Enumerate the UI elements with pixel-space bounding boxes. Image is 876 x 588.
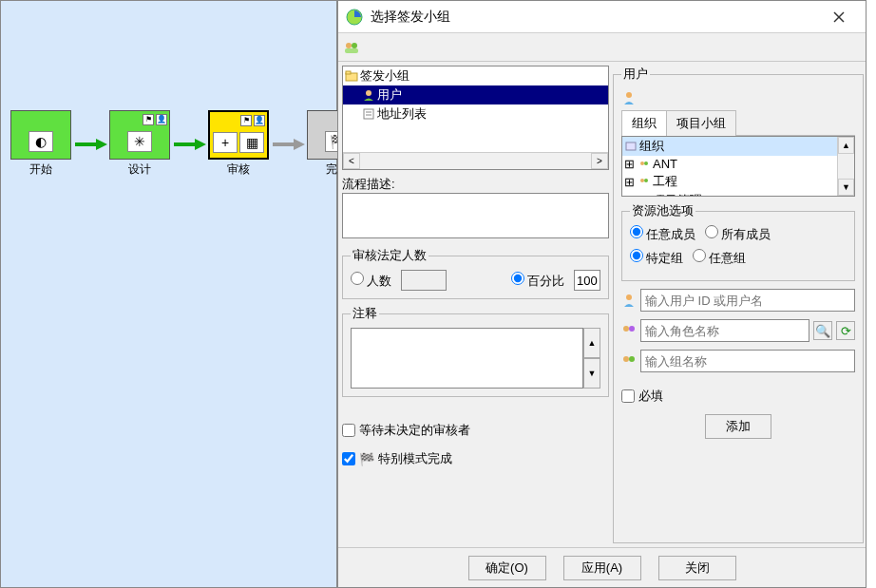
scroll-right-button[interactable]: > — [591, 153, 608, 169]
scroll-up-button[interactable]: ▲ — [838, 137, 854, 154]
svg-rect-15 — [364, 109, 373, 119]
tree-hscrollbar[interactable]: < > — [343, 152, 608, 169]
group-icon — [638, 158, 651, 171]
workflow-canvas[interactable]: ◐ 开始 ⚑👤 ✳ 设计 ⚑👤 +▦ 审核 — [0, 0, 337, 588]
tree-item-address-list[interactable]: 地址列表 — [343, 104, 608, 123]
wait-pending-checkbox[interactable] — [342, 424, 355, 437]
tab-organization[interactable]: 组织 — [621, 110, 667, 136]
arrow-icon — [271, 114, 305, 175]
quorum-count-radio[interactable]: 人数 — [351, 272, 391, 290]
person-icon: 👤 — [156, 114, 167, 125]
doc-icon: ▦ — [239, 132, 264, 153]
person-icon — [621, 90, 637, 105]
search-role-button[interactable]: 🔍 — [813, 321, 832, 340]
org-tree-item[interactable]: 组织 — [622, 137, 837, 156]
wait-pending-label: 等待未决定的审核者 — [359, 422, 470, 439]
person-icon — [621, 293, 637, 308]
start-icon: ◐ — [29, 131, 53, 152]
group-icon[interactable] — [344, 40, 359, 55]
svg-point-26 — [626, 294, 632, 300]
quorum-percent-input[interactable] — [574, 270, 600, 291]
org-tree[interactable]: 组织 ⊞ANT ⊞工程 ⊞项目管理 ▲▼ — [621, 136, 855, 197]
search-icon: 🔍 — [815, 324, 830, 338]
wf-node-review[interactable]: ⚑👤 +▦ 审核 — [206, 110, 271, 178]
org-tree-item[interactable]: ⊞工程 — [622, 172, 837, 191]
svg-point-14 — [366, 90, 371, 96]
required-checkbox[interactable] — [621, 389, 635, 403]
svg-point-29 — [623, 356, 629, 362]
group-icon — [638, 194, 651, 196]
dialog-title: 选择签发小组 — [371, 9, 820, 26]
svg-point-20 — [640, 161, 644, 165]
titlebar: 选择签发小组 — [338, 1, 866, 33]
plus-icon: + — [213, 132, 238, 153]
wf-node-label: 开始 — [9, 160, 73, 178]
notes-up-button[interactable]: ▲ — [583, 328, 600, 358]
tree-root[interactable]: 签发小组 — [343, 66, 608, 85]
wf-node-start[interactable]: ◐ 开始 — [9, 110, 73, 178]
flag-icon: ⚑ — [240, 115, 252, 126]
svg-point-23 — [644, 179, 648, 182]
wf-node-label: 设计 — [107, 160, 172, 178]
pool-any-member-radio[interactable]: 任意成员 — [630, 225, 695, 243]
select-signoff-group-dialog: 选择签发小组 签发小组 用户 — [337, 0, 866, 588]
close-icon — [833, 11, 845, 23]
close-button[interactable]: 关闭 — [658, 556, 736, 580]
wf-node-design[interactable]: ⚑👤 ✳ 设计 — [107, 110, 172, 178]
group-icon — [638, 175, 651, 188]
role-icon — [621, 323, 637, 338]
pool-all-members-radio[interactable]: 所有成员 — [705, 225, 771, 243]
checkered-flag-icon: 🏁 — [359, 452, 374, 466]
scroll-left-button[interactable]: < — [343, 153, 360, 169]
ok-button[interactable]: 确定(O) — [468, 556, 546, 580]
svg-point-27 — [623, 326, 629, 332]
process-desc-label: 流程描述: — [342, 176, 609, 193]
tab-project-group[interactable]: 项目小组 — [666, 110, 736, 136]
required-label: 必填 — [638, 388, 663, 405]
list-icon — [362, 107, 375, 121]
notes-input[interactable] — [351, 328, 583, 389]
scroll-down-button[interactable]: ▼ — [838, 179, 854, 196]
notes-down-button[interactable]: ▼ — [583, 358, 600, 389]
svg-point-21 — [644, 161, 648, 165]
refresh-icon: ⟳ — [841, 324, 851, 338]
tree-item-user[interactable]: 用户 — [343, 85, 608, 104]
quorum-percent-radio[interactable]: 百分比 — [511, 272, 564, 290]
flag-icon: ⚑ — [143, 114, 154, 125]
close-button[interactable] — [820, 3, 858, 31]
svg-point-30 — [629, 356, 635, 362]
toolbar — [338, 33, 866, 62]
folder-icon — [345, 69, 358, 83]
pool-specific-group-radio[interactable]: 特定组 — [630, 249, 683, 267]
org-tree-vscrollbar[interactable]: ▲▼ — [837, 137, 854, 196]
apply-button[interactable]: 应用(A) — [563, 556, 641, 580]
role-name-input[interactable] — [640, 319, 809, 342]
svg-point-10 — [352, 43, 357, 48]
signoff-group-tree[interactable]: 签发小组 用户 地址列表 < > — [342, 66, 609, 170]
pool-any-group-radio[interactable]: 任意组 — [693, 249, 746, 267]
org-tree-item[interactable]: ⊞项目管理 — [622, 191, 837, 196]
user-id-input[interactable] — [640, 289, 855, 312]
org-icon — [624, 140, 638, 153]
process-desc-input[interactable] — [342, 193, 609, 238]
wf-node-label: 审核 — [206, 160, 271, 178]
svg-marker-1 — [96, 139, 107, 150]
app-logo-icon — [346, 9, 363, 26]
special-complete-label: 特别模式完成 — [378, 450, 452, 467]
group-icon — [621, 353, 637, 369]
group-name-input[interactable] — [640, 350, 855, 372]
svg-rect-11 — [345, 48, 358, 53]
svg-point-9 — [346, 43, 352, 48]
arrow-icon — [73, 114, 107, 175]
quorum-count-input[interactable] — [401, 270, 447, 291]
svg-marker-5 — [294, 139, 305, 150]
svg-point-22 — [640, 179, 644, 182]
refresh-role-button[interactable]: ⟳ — [836, 321, 855, 340]
person-icon — [362, 88, 375, 102]
org-tree-item[interactable]: ⊞ANT — [622, 156, 837, 172]
add-button[interactable]: 添加 — [705, 414, 771, 439]
arrow-icon — [172, 114, 206, 175]
svg-point-18 — [626, 92, 632, 98]
quorum-group: 审核法定人数 人数 百分比 — [342, 247, 609, 299]
special-complete-checkbox[interactable] — [342, 452, 355, 465]
